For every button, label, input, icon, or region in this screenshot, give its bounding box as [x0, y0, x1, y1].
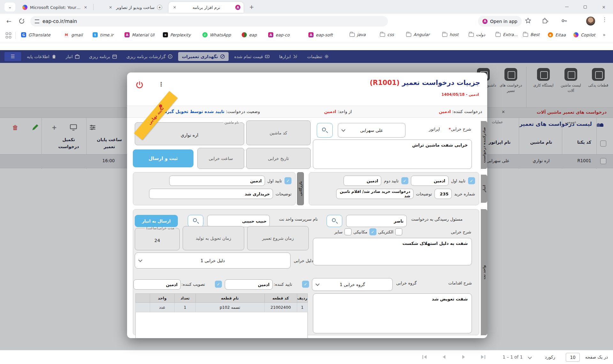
bookmark-folder-extra[interactable]: Extra...: [496, 32, 518, 37]
commerce-approve-input[interactable]: ادمین: [169, 176, 265, 186]
tab-request-issuer[interactable]: صادرکننده درخواست: [481, 121, 487, 169]
profile-avatar[interactable]: [586, 17, 595, 26]
verifier-input[interactable]: ادمین: [225, 279, 273, 290]
next-page-icon[interactable]: [460, 354, 467, 360]
supervisor-search-button[interactable]: [188, 215, 203, 227]
site-settings-icon[interactable]: [35, 19, 39, 23]
approve2-input[interactable]: ادمین: [344, 176, 381, 186]
bookmark-materialui[interactable]: AMaterial UI: [125, 32, 154, 37]
verifier-checkbox[interactable]: ✓: [302, 281, 309, 288]
bookmark-folder-java[interactable]: java: [350, 32, 366, 37]
bookmark-eitaa[interactable]: eEitaa: [548, 32, 566, 37]
col-part-name[interactable]: نام قطعه: [195, 294, 264, 303]
commerce-notes-input[interactable]: خریداری شد: [149, 189, 273, 199]
approve1-checkbox[interactable]: ✓: [468, 177, 475, 184]
browser-menu-icon[interactable]: ⋮: [602, 16, 607, 23]
bookmark-folder-best[interactable]: Best: [523, 32, 540, 37]
operator-select[interactable]: علی سهرابی: [338, 123, 405, 138]
approve2-checkbox[interactable]: ✓: [401, 177, 408, 184]
tab-store[interactable]: انبار: [481, 175, 487, 203]
repair-start-field[interactable]: زمان شروع تعمیر: [247, 226, 309, 250]
tab-close-icon[interactable]: ×: [172, 4, 178, 10]
requester-info: درخواست کننده: ادمین: [439, 109, 482, 114]
bookmark-copilot[interactable]: Copilot: [573, 32, 595, 37]
browser-tab-copilot[interactable]: Microsoft Copilot: Your AI comp ×: [19, 2, 91, 13]
delivery-time-field[interactable]: زمان تحویل به تولید: [183, 226, 244, 250]
browser-tab-active[interactable]: A نرم افزار برنامه ×: [169, 2, 244, 13]
purchase-no-input[interactable]: 235: [435, 189, 452, 199]
handler-input[interactable]: ناصر: [346, 215, 407, 227]
reload-icon[interactable]: [19, 18, 25, 24]
bookmark-folder-angular[interactable]: Angular: [406, 32, 430, 37]
bookmark-folder-css[interactable]: css: [380, 32, 394, 37]
col-part-code[interactable]: کد قطعه: [264, 294, 297, 303]
first-page-icon[interactable]: [421, 354, 428, 360]
bookmark-timeir[interactable]: ttime.ir: [93, 32, 113, 37]
fail-time-field[interactable]: ساعت خرابی: [197, 148, 244, 169]
supervisor-input[interactable]: حبیب حبیبی: [207, 215, 270, 227]
extensions-icon[interactable]: [541, 17, 549, 24]
bookmark-gmail[interactable]: Mgmail: [64, 32, 83, 37]
store-notes-input[interactable]: درخواست خرید صادر شد/ اقلام تامین شد: [336, 189, 413, 199]
tab-commerce[interactable]: بازرگانی: [297, 172, 304, 205]
fault-cause-textarea[interactable]: شفت به دلیل استهلاک شکست: [313, 238, 472, 265]
approve1-input[interactable]: ادمین: [411, 176, 449, 186]
open-in-app-button[interactable]: A Open in app: [478, 16, 522, 27]
send-to-store-button[interactable]: ارسال به انبار: [135, 215, 178, 227]
password-key-icon[interactable]: [561, 17, 568, 24]
folder-icon: [523, 33, 528, 37]
bookmark-star-icon[interactable]: [525, 17, 532, 24]
bookmarks-overflow-icon[interactable]: »: [603, 32, 606, 37]
search-icon: [332, 218, 336, 222]
approver-input[interactable]: ادمین: [133, 279, 181, 290]
bookmark-gtranslate[interactable]: GGTranslate: [21, 32, 50, 37]
bookmark-whatsapp[interactable]: ✆WhatsApp: [202, 32, 231, 37]
url-bar[interactable]: eap-co.ir/main: [30, 16, 388, 27]
electrical-checkbox[interactable]: [395, 228, 402, 235]
actions-textarea[interactable]: شفت تعویض شد: [313, 293, 472, 333]
bookmark-folder-host[interactable]: host: [442, 32, 458, 37]
bookmark-perplexity[interactable]: ✳Perplexity: [163, 32, 191, 37]
modal-menu-icon[interactable]: ⋮: [158, 81, 164, 87]
parts-row[interactable]: 1 21002400 تسمه p102 1 عدد: [136, 303, 308, 312]
tab-maintenance-unit[interactable]: واحد نت: [481, 209, 487, 335]
close-button[interactable]: ×: [594, 0, 613, 14]
fault-reason-select[interactable]: دلیل خرابی 1: [135, 253, 291, 269]
col-row-no[interactable]: ردیف: [297, 294, 308, 303]
tab-close-icon[interactable]: ×: [108, 4, 113, 10]
prev-page-icon[interactable]: [441, 354, 447, 360]
bookmark-eap-soft[interactable]: Aeap-soft: [308, 32, 333, 37]
maximize-button[interactable]: [576, 0, 594, 14]
submit-send-button[interactable]: ثبت و ارسال: [133, 149, 193, 167]
copilot-icon: [573, 32, 579, 37]
tab-search-button[interactable]: ⌄: [4, 3, 15, 11]
power-close-icon[interactable]: [135, 81, 144, 89]
bookmark-eap-co[interactable]: Aeap-co: [268, 32, 290, 37]
tab-close-icon[interactable]: ×: [83, 4, 88, 10]
handler-search-button[interactable]: [327, 215, 342, 227]
minimize-button[interactable]: [557, 0, 576, 14]
duration-label: مدت خرابی(ساعت): [145, 226, 176, 230]
commerce-approve-checkbox[interactable]: ✓: [284, 177, 291, 184]
other-checkbox[interactable]: [344, 228, 352, 235]
approver-checkbox[interactable]: ✓: [215, 281, 222, 288]
browser-tab-video[interactable]: ✳ ساخت ویدیو از تصاویر ×: [96, 2, 165, 13]
back-icon[interactable]: ←: [6, 18, 11, 25]
machine-code-field[interactable]: کد ماشین: [246, 120, 311, 145]
col-unit[interactable]: واحد: [150, 294, 174, 303]
bookmark-eap[interactable]: eap: [242, 32, 257, 37]
bookmarks-bar: GGTranslate Mgmail ttime.ir AMaterial UI…: [0, 29, 613, 43]
fail-date-field[interactable]: تاریخ خرابی: [246, 148, 311, 169]
fault-desc-textarea[interactable]: خرابی شفت ماشین تراش: [313, 140, 472, 169]
apps-grid-icon[interactable]: [6, 33, 11, 38]
duration-field[interactable]: مدت خرابی(ساعت) 24: [135, 226, 180, 250]
operator-search-button[interactable]: [317, 123, 333, 138]
col-qty[interactable]: تعداد: [175, 294, 195, 303]
per-page-chevron-icon[interactable]: [528, 355, 532, 359]
bookmark-folder-dolat[interactable]: دولت: [469, 32, 485, 37]
mechanical-checkbox[interactable]: ✓: [369, 228, 376, 235]
per-page-select[interactable]: 10: [566, 353, 580, 362]
new-tab-button[interactable]: +: [247, 3, 256, 11]
last-page-icon[interactable]: [480, 354, 486, 360]
fault-group-select[interactable]: گروه خرابی 1: [312, 278, 393, 291]
